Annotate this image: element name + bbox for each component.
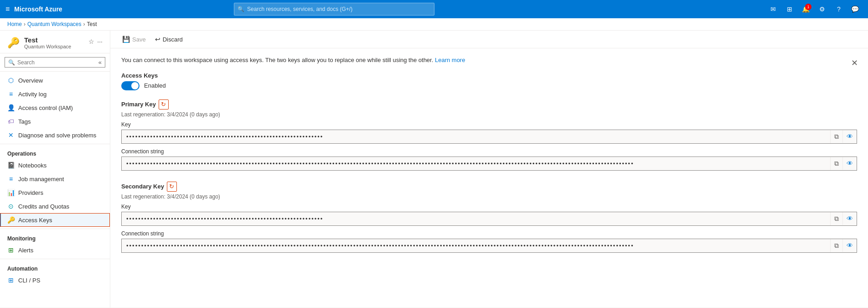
secondary-conn-copy-button[interactable]: ⧉ — [830, 239, 842, 252]
sidebar-item-activity-log[interactable]: ≡ Activity log — [0, 87, 110, 101]
breadcrumb-home[interactable]: Home — [7, 21, 22, 27]
secondary-key-title: Secondary Key — [121, 183, 164, 190]
sidebar-item-cli-ps[interactable]: ⊞ CLI / PS — [0, 273, 110, 287]
tags-icon: 🏷 — [7, 118, 15, 125]
collapse-sidebar-icon[interactable]: « — [98, 59, 102, 66]
secondary-key-copy-button[interactable]: ⧉ — [830, 212, 842, 225]
primary-conn-copy-button[interactable]: ⧉ — [830, 157, 842, 170]
sidebar-item-label: Access control (IAM) — [18, 104, 73, 111]
sidebar-item-overview[interactable]: ⬡ Overview — [0, 73, 110, 87]
help-icon[interactable]: ? — [832, 2, 846, 16]
diagnose-icon: ✕ — [7, 131, 15, 139]
top-nav-icons: ✉ ⊞ 🔔 1 ⚙ ? 💬 — [766, 2, 863, 16]
primary-key-input-row: ⧉ 👁 — [121, 130, 857, 144]
primary-key-last-regen: Last regeneration: 3/4/2024 (0 days ago) — [121, 111, 857, 118]
sidebar-item-alerts[interactable]: ⊞ Alerts — [0, 243, 110, 257]
access-control-icon: 👤 — [7, 104, 15, 111]
sidebar-item-job-management[interactable]: ≡ Job management — [0, 172, 110, 186]
nav-section-automation: Automation — [0, 261, 110, 273]
secondary-regenerate-button[interactable]: ↻ — [167, 182, 177, 192]
resource-subtitle: Quantum Workspace — [24, 44, 71, 49]
sidebar-item-label: Activity log — [18, 91, 46, 98]
settings-icon[interactable]: ⚙ — [815, 2, 830, 16]
info-text: You can connect to this workspace using … — [121, 56, 857, 65]
cli-icon: ⊞ — [7, 277, 15, 284]
search-icon-nav: 🔍 — [238, 6, 244, 12]
primary-regenerate-button[interactable]: ↻ — [159, 99, 169, 110]
save-icon: 💾 — [122, 36, 130, 43]
search-input[interactable] — [17, 59, 96, 66]
learn-more-link[interactable]: Learn more — [435, 57, 465, 63]
primary-key-copy-button[interactable]: ⧉ — [830, 130, 842, 143]
sidebar-item-credits-quotas[interactable]: ⊙ Credits and Quotas — [0, 199, 110, 213]
page-layout: 🔑 Test Quantum Workspace ☆ ··· 🔍 « ⬡ Ove… — [0, 31, 868, 308]
secondary-key-label: Key — [121, 204, 857, 210]
overview-icon: ⬡ — [7, 77, 15, 84]
content-area: You can connect to this workspace using … — [110, 48, 868, 308]
primary-key-input[interactable] — [122, 131, 830, 143]
secondary-conn-input-row: ⧉ 👁 — [121, 239, 857, 253]
primary-key-show-button[interactable]: 👁 — [842, 130, 857, 143]
sidebar-item-label: Providers — [18, 189, 43, 196]
secondary-conn-input[interactable] — [122, 240, 830, 252]
sidebar-item-diagnose[interactable]: ✕ Diagnose and solve problems — [0, 128, 110, 142]
primary-conn-input[interactable] — [122, 157, 830, 170]
notification-icon[interactable]: 🔔 1 — [799, 2, 813, 16]
notification-badge: 1 — [805, 4, 811, 10]
sidebar-item-label: Job management — [18, 176, 64, 183]
sidebar-item-notebooks[interactable]: 📓 Notebooks — [0, 158, 110, 172]
activity-log-icon: ≡ — [7, 90, 15, 98]
breadcrumb-quantum[interactable]: Quantum Workspaces — [27, 21, 82, 27]
close-button[interactable]: ✕ — [848, 56, 861, 70]
primary-conn-label: Connection string — [121, 148, 857, 155]
access-keys-label: Access Keys — [121, 72, 857, 79]
favorite-icon[interactable]: ☆ — [88, 38, 94, 45]
app-logo: Microsoft Azure — [14, 5, 62, 13]
global-search[interactable]: 🔍 — [234, 3, 434, 16]
sidebar: 🔑 Test Quantum Workspace ☆ ··· 🔍 « ⬡ Ove… — [0, 31, 110, 308]
sidebar-item-label: Access Keys — [18, 217, 52, 224]
notebooks-icon: 📓 — [7, 162, 15, 169]
breadcrumb: Home › Quantum Workspaces › Test — [0, 18, 868, 31]
save-button[interactable]: 💾 Save — [118, 33, 150, 45]
more-options-icon[interactable]: ··· — [97, 38, 103, 45]
global-search-input[interactable] — [234, 3, 434, 16]
breadcrumb-current: Test — [87, 21, 97, 27]
sidebar-item-access-control[interactable]: 👤 Access control (IAM) — [0, 101, 110, 115]
discard-button[interactable]: ↩ Discard — [150, 33, 187, 45]
toggle-state-label: Enabled — [144, 82, 166, 89]
nav-divider-2 — [0, 229, 110, 229]
sidebar-search-bar[interactable]: 🔍 « — [0, 53, 110, 72]
main-content: ✕ 💾 Save ↩ Discard You can connect to th… — [110, 31, 868, 308]
sidebar-item-tags[interactable]: 🏷 Tags — [0, 115, 110, 128]
sidebar-item-access-keys[interactable]: 🔑 Access Keys — [0, 213, 110, 227]
access-keys-icon: 🔑 — [7, 216, 15, 224]
sidebar-item-label: Tags — [18, 118, 31, 125]
sidebar-item-label: Alerts — [18, 247, 33, 254]
sidebar-item-label: CLI / PS — [18, 277, 40, 284]
secondary-key-input-row: ⧉ 👁 — [121, 212, 857, 226]
email-icon[interactable]: ✉ — [766, 2, 780, 16]
sidebar-nav: ⬡ Overview ≡ Activity log 👤 Access contr… — [0, 72, 110, 308]
access-keys-toggle[interactable] — [121, 81, 140, 90]
portal-icon[interactable]: ⊞ — [782, 2, 797, 16]
sidebar-item-label: Notebooks — [18, 162, 46, 169]
providers-icon: 📊 — [7, 189, 15, 196]
primary-key-label: Key — [121, 121, 857, 128]
secondary-key-show-button[interactable]: 👁 — [842, 212, 857, 225]
sidebar-header: 🔑 Test Quantum Workspace ☆ ··· — [0, 31, 110, 53]
secondary-key-input[interactable] — [122, 213, 830, 225]
alerts-icon: ⊞ — [7, 246, 15, 254]
search-icon: 🔍 — [8, 59, 15, 66]
hamburger-menu[interactable]: ≡ — [5, 5, 10, 13]
feedback-icon[interactable]: 💬 — [848, 2, 863, 16]
primary-conn-show-button[interactable]: 👁 — [842, 157, 857, 170]
secondary-key-last-regen: Last regeneration: 3/4/2024 (0 days ago) — [121, 193, 857, 200]
primary-key-title: Primary Key — [121, 101, 156, 108]
sidebar-item-providers[interactable]: 📊 Providers — [0, 186, 110, 199]
nav-section-operations: Operations — [0, 146, 110, 158]
nav-divider-1 — [0, 144, 110, 144]
secondary-conn-show-button[interactable]: 👁 — [842, 239, 857, 252]
secondary-conn-label: Connection string — [121, 230, 857, 237]
nav-divider-3 — [0, 259, 110, 259]
